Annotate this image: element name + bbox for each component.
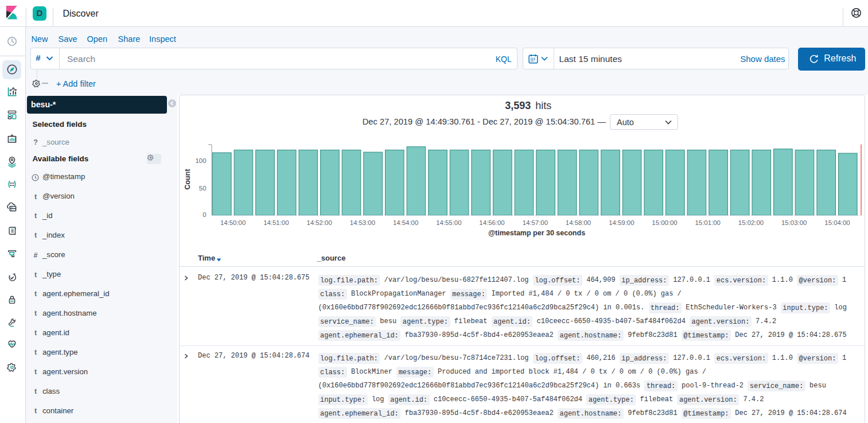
svg-text:15:00:00: 15:00:00 bbox=[652, 219, 677, 226]
svg-text:50: 50 bbox=[198, 185, 206, 192]
svg-text:14:51:00: 14:51:00 bbox=[263, 219, 289, 226]
svg-text:15:03:00: 15:03:00 bbox=[781, 219, 807, 226]
svg-text:14:58:00: 14:58:00 bbox=[565, 219, 590, 226]
svg-text:14:52:00: 14:52:00 bbox=[306, 219, 332, 226]
svg-text:14:54:00: 14:54:00 bbox=[392, 219, 418, 226]
svg-text:0: 0 bbox=[203, 211, 206, 218]
svg-text:15:01:00: 15:01:00 bbox=[695, 219, 720, 226]
svg-text:@timestamp per 30 seconds: @timestamp per 30 seconds bbox=[488, 229, 585, 237]
svg-text:14:57:00: 14:57:00 bbox=[522, 219, 547, 226]
svg-text:14:53:00: 14:53:00 bbox=[349, 219, 375, 226]
svg-text:14:59:00: 14:59:00 bbox=[609, 219, 634, 226]
svg-text:15:04:00: 15:04:00 bbox=[824, 219, 850, 226]
svg-text:Count: Count bbox=[184, 168, 192, 189]
svg-text:14:55:00: 14:55:00 bbox=[436, 219, 461, 226]
svg-text:14:50:00: 14:50:00 bbox=[220, 219, 245, 226]
svg-text:14:56:00: 14:56:00 bbox=[479, 219, 504, 226]
svg-text:15:02:00: 15:02:00 bbox=[738, 219, 763, 226]
svg-text:100: 100 bbox=[195, 157, 206, 164]
